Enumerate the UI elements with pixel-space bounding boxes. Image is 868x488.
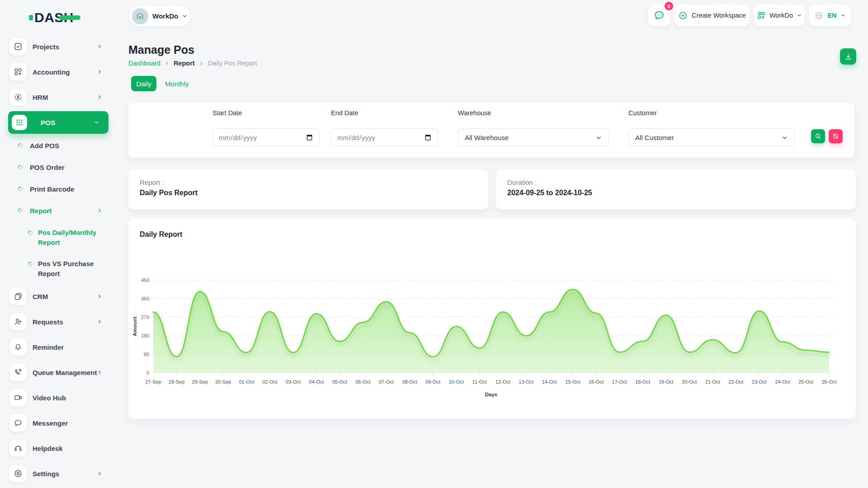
reset-filter-button[interactable]: [829, 129, 843, 143]
messenger-button[interactable]: 0: [648, 5, 670, 26]
chevron-right-icon: [165, 61, 170, 66]
search-icon: [815, 133, 821, 140]
svg-text:28-Sep: 28-Sep: [169, 379, 184, 385]
report-value: Daily Pos Report: [140, 189, 198, 197]
svg-text:24-Oct: 24-Oct: [775, 379, 790, 385]
svg-text:06-Oct: 06-Oct: [355, 379, 370, 385]
sidebar-item-crm[interactable]: CRM: [0, 288, 115, 305]
workspace-switcher-button[interactable]: WorkDo: [754, 5, 805, 26]
sidebar-item-pos-vs-purchase-report[interactable]: Pos VS Purchase Report: [0, 259, 113, 279]
sidebar-item-video-hub[interactable]: Video Hub: [0, 389, 115, 406]
svg-text:03-Oct: 03-Oct: [286, 379, 301, 385]
sidebar-item-accounting[interactable]: Accounting: [0, 63, 115, 80]
sidebar-item-add-pos[interactable]: Add POS: [0, 137, 115, 154]
svg-text:29-Sep: 29-Sep: [192, 379, 208, 385]
app-logo[interactable]: DASH: [29, 10, 80, 25]
svg-text:27-Sep: 27-Sep: [145, 379, 161, 385]
svg-text:21-Oct: 21-Oct: [705, 379, 720, 385]
svg-text:15-Oct: 15-Oct: [565, 379, 580, 385]
chevron-down-icon: [595, 134, 602, 141]
svg-text:18-Oct: 18-Oct: [635, 379, 650, 385]
breadcrumb-current: Daily Pos Report: [208, 60, 257, 67]
sidebar-item-pos-daily-monthly-report[interactable]: Pos Daily/Monthly Report: [0, 228, 113, 248]
end-date-input[interactable]: [331, 128, 438, 147]
logo-accent-dot: [29, 15, 33, 20]
bell-icon: [9, 338, 27, 356]
chevron-right-icon: [97, 370, 103, 375]
tab-daily[interactable]: Daily: [131, 76, 156, 91]
chevron-down-icon: [182, 13, 188, 19]
daily-report-chart-card: Daily Report 09018027036045027-Sep28-Sep…: [128, 219, 856, 419]
svg-text:450: 450: [141, 277, 149, 283]
video-camera-icon: [9, 389, 27, 406]
chevron-down-icon: [94, 120, 99, 126]
sidebar-item-report[interactable]: Report: [0, 202, 115, 219]
svg-text:01-Oct: 01-Oct: [239, 379, 254, 385]
bullet-icon: [27, 230, 33, 236]
sidebar-item-settings[interactable]: Settings: [0, 465, 115, 482]
chevron-right-icon: [97, 94, 103, 100]
svg-text:16-Oct: 16-Oct: [589, 379, 604, 385]
svg-text:26-Oct: 26-Oct: [821, 379, 836, 385]
workspace-switcher-label: WorkDo: [769, 12, 793, 19]
duration-summary-card: Duration : 2024-09-25 to 2024-10-25: [496, 169, 856, 209]
duration-value: 2024-09-25 to 2024-10-25: [507, 189, 592, 197]
clipboard-check-icon: [9, 38, 27, 55]
user-plus-icon: [9, 313, 27, 330]
headset-icon: [9, 440, 27, 457]
svg-text:0: 0: [146, 370, 149, 375]
svg-text:05-Oct: 05-Oct: [332, 379, 347, 385]
grid-plus-icon: [9, 63, 27, 80]
copy-squares-icon: [9, 288, 27, 305]
svg-text:360: 360: [141, 296, 149, 301]
svg-text:22-Oct: 22-Oct: [728, 379, 743, 385]
chevron-down-icon: [840, 13, 846, 18]
svg-text:13-Oct: 13-Oct: [519, 379, 533, 385]
language-selector[interactable]: EN: [809, 5, 851, 26]
tab-monthly[interactable]: Monthly: [165, 76, 189, 91]
svg-text:09-Oct: 09-Oct: [425, 379, 440, 385]
svg-text:11-Oct: 11-Oct: [472, 379, 487, 385]
download-icon: [844, 53, 852, 61]
customer-select[interactable]: All Customer: [628, 128, 795, 147]
report-label: Report :: [140, 178, 164, 186]
sidebar-item-hrm[interactable]: HRM: [0, 89, 115, 106]
building-icon: [136, 12, 145, 21]
sidebar-item-pos[interactable]: POS: [8, 111, 108, 134]
chevron-right-icon: [97, 208, 103, 214]
logo-accent-bar: [59, 15, 80, 20]
svg-text:10-Oct: 10-Oct: [449, 379, 464, 385]
sidebar-item-reminder[interactable]: Reminder: [0, 338, 115, 356]
warehouse-select[interactable]: All Warehouse: [458, 128, 609, 147]
breadcrumb: Dashboard Report Daily Pos Report: [128, 60, 257, 67]
bullet-icon: [17, 186, 24, 192]
chat-bubble-icon: [9, 414, 27, 432]
svg-text:04-Oct: 04-Oct: [309, 379, 324, 385]
svg-text:02-Oct: 02-Oct: [262, 379, 277, 385]
breadcrumb-dashboard[interactable]: Dashboard: [128, 60, 160, 67]
svg-text:19-Oct: 19-Oct: [659, 379, 674, 385]
filter-card: Start Date End Date Warehouse All Wareho…: [128, 103, 854, 158]
sidebar-item-helpdesk[interactable]: Helpdesk: [0, 440, 115, 457]
chevron-right-icon: [199, 61, 204, 66]
sidebar-item-print-barcode[interactable]: Print Barcode: [0, 180, 115, 197]
workspace-avatar: [132, 8, 148, 24]
sidebar-item-queue-management[interactable]: Queue Management: [0, 364, 115, 381]
clear-filter-icon: [832, 133, 839, 140]
sidebar-item-requests[interactable]: Requests: [0, 313, 115, 330]
bullet-icon: [17, 142, 24, 149]
svg-text:17-Oct: 17-Oct: [612, 379, 627, 385]
sidebar-item-pos-order[interactable]: POS Order: [0, 159, 115, 176]
svg-text:180: 180: [141, 333, 149, 338]
sidebar-item-projects[interactable]: Projects: [0, 38, 115, 55]
create-workspace-button[interactable]: Create Workspace: [675, 5, 750, 26]
search-button[interactable]: [811, 129, 825, 143]
bullet-icon: [17, 207, 24, 214]
workspace-name: WorkDo: [152, 12, 178, 20]
start-date-input[interactable]: [212, 128, 320, 147]
download-button[interactable]: [840, 48, 856, 65]
workspace-selector[interactable]: WorkDo: [130, 6, 190, 26]
breadcrumb-report[interactable]: Report: [174, 60, 195, 67]
svg-text:90: 90: [144, 352, 149, 357]
sidebar-item-messenger[interactable]: Messenger: [0, 414, 115, 432]
